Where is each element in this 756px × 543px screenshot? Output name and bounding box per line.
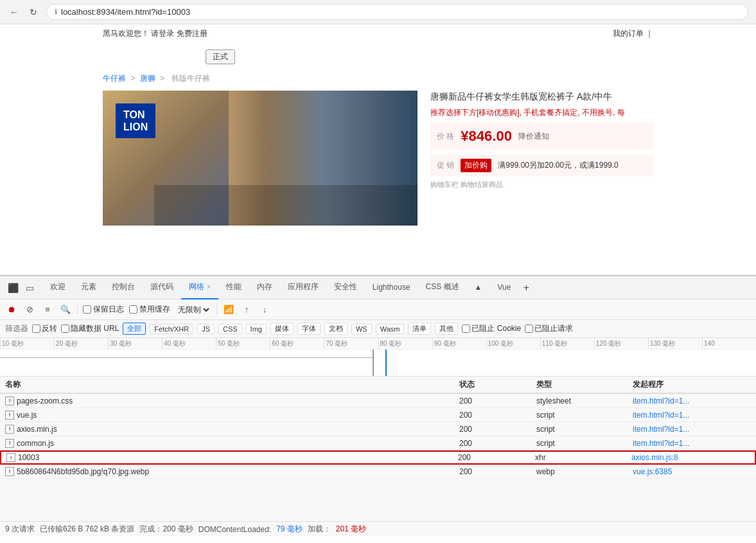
filter-other[interactable]: 其他: [435, 323, 458, 335]
row-2-type: script: [531, 411, 628, 420]
row-4-initiator: item.html?id=1...: [628, 439, 756, 448]
disable-cache-input[interactable]: [129, 305, 137, 314]
jiagou-button[interactable]: 加价购: [461, 159, 491, 172]
table-row-highlighted[interactable]: f 10003 200 xhr axios.min.js:8: [0, 450, 756, 465]
table-row[interactable]: f 5b860864N6bfd95db.jpg!q70.jpg.webp 200…: [0, 465, 756, 479]
table-row[interactable]: f common.js 200 script item.html?id=1...: [0, 436, 756, 450]
tab-network-close[interactable]: ×: [207, 283, 211, 290]
transfer-size: 已传输626 B 762 kB 条资源: [40, 524, 134, 535]
price-suffix[interactable]: 降价通知: [518, 131, 549, 142]
filter-doc[interactable]: 文档: [324, 323, 347, 335]
row-4-name: f common.js: [0, 439, 454, 448]
filter-media[interactable]: 媒体: [270, 323, 294, 335]
filter-wasm[interactable]: Wasm: [376, 324, 405, 334]
dom-content-loaded-value[interactable]: 79 毫秒: [276, 524, 303, 535]
filter-bar: 筛选器 反转 隐藏数据 URL 全部 Fetch/XHR JS CSS Img …: [0, 320, 756, 338]
product-area: TON LION 唐狮新品牛仔裤女学生韩版宽松裤子 A款/中牛 推荐选择下方[移…: [0, 91, 756, 226]
row-2-status: 200: [454, 411, 531, 420]
divider-2: [216, 305, 217, 315]
breadcrumb-sep-1: >: [130, 74, 137, 83]
breadcrumb-item-1[interactable]: 牛仔裤: [103, 74, 126, 83]
row-2-name: f vue.js: [0, 411, 454, 420]
file-icon-webp: f: [5, 467, 14, 476]
tab-performance[interactable]: 性能: [218, 276, 249, 299]
filter-js[interactable]: JS: [197, 324, 215, 334]
tab-triangle[interactable]: ▲: [467, 276, 490, 299]
filter-fetch-xhr[interactable]: Fetch/XHR: [150, 324, 193, 334]
back-button[interactable]: ←: [8, 6, 21, 19]
zhengshi-badge: 正式: [206, 49, 235, 64]
record-button[interactable]: ⏺: [5, 303, 18, 316]
timeline-ruler: 10 毫秒 20 毫秒 30 毫秒 40 毫秒 50 毫秒 60 毫秒 70 毫…: [0, 338, 756, 350]
table-row[interactable]: f axios.min.js 200 script item.html?id=1…: [0, 422, 756, 436]
tab-network[interactable]: 网络 ×: [181, 276, 218, 299]
filter-font[interactable]: 字体: [297, 323, 321, 335]
filter-clear[interactable]: 清单: [408, 323, 431, 335]
download-icon[interactable]: ↓: [258, 303, 271, 316]
filter-icon[interactable]: ≡: [41, 303, 54, 316]
preserve-log-checkbox[interactable]: 保留日志: [83, 304, 124, 315]
product-promo-text: 推荐选择下方[移动优惠购], 手机套餐齐搞定, 不用换号, 每: [430, 107, 653, 118]
timeline-waterfall[interactable]: [0, 350, 756, 377]
row-3-status: 200: [454, 425, 531, 434]
tab-lighthouse[interactable]: Lighthouse: [365, 276, 418, 299]
filter-ws[interactable]: WS: [351, 324, 372, 334]
request-count: 9 次请求: [5, 524, 35, 535]
tab-memory[interactable]: 内存: [249, 276, 280, 299]
search-icon[interactable]: 🔍: [59, 303, 72, 316]
table-row[interactable]: f pages-zoom.css 200 stylesheet item.htm…: [0, 394, 756, 408]
register-link[interactable]: 免费注册: [177, 29, 207, 38]
url-text: localhost:8934/item.html?id=10003: [61, 7, 190, 17]
row-5-status: 200: [453, 453, 530, 462]
preserve-log-input[interactable]: [83, 305, 91, 314]
wifi-icon[interactable]: 📶: [222, 303, 235, 316]
tab-vue[interactable]: Vue: [489, 276, 518, 299]
block-request-input[interactable]: [525, 325, 533, 333]
tick-80: 80 毫秒: [378, 338, 432, 349]
tick-70: 70 毫秒: [324, 338, 378, 349]
tab-elements[interactable]: 元素: [73, 276, 104, 299]
divider-1: [77, 305, 78, 315]
tab-sources[interactable]: 源代码: [143, 276, 181, 299]
row-3-name: f axios.min.js: [0, 425, 454, 434]
devtools-panel: ⬛ ▭ 欢迎 元素 控制台 源代码 网络 × 性能 内存 应用程序 安全性: [0, 275, 756, 537]
tab-application[interactable]: 应用程序: [280, 276, 326, 299]
row-3-initiator: item.html?id=1...: [628, 425, 756, 434]
breadcrumb-item-2[interactable]: 唐狮: [140, 74, 155, 83]
login-link[interactable]: 请登录: [151, 29, 174, 38]
address-bar[interactable]: ℹ localhost:8934/item.html?id=10003: [46, 4, 748, 20]
disable-cache-checkbox[interactable]: 禁用缓存: [129, 304, 170, 315]
tab-welcome[interactable]: 欢迎: [42, 276, 73, 299]
device-icon[interactable]: ▭: [22, 280, 37, 296]
row-2-initiator: item.html?id=1...: [628, 411, 756, 420]
tab-security[interactable]: 安全性: [326, 276, 365, 299]
row-3-type: script: [531, 425, 628, 434]
block-cookie-checkbox[interactable]: 已阻止 Cookie: [462, 323, 521, 334]
add-tab-button[interactable]: +: [518, 280, 534, 296]
reverse-checkbox[interactable]: 反转: [32, 323, 57, 334]
hide-data-url-checkbox[interactable]: 隐藏数据 URL: [61, 323, 119, 334]
filter-img[interactable]: Img: [246, 324, 267, 334]
price-label: 价 格: [437, 131, 454, 142]
tab-css-overview[interactable]: CSS 概述: [418, 276, 467, 299]
block-cookie-input[interactable]: [462, 325, 470, 333]
refresh-button[interactable]: ↻: [27, 6, 40, 19]
block-request-checkbox[interactable]: 已阻止请求: [525, 323, 573, 334]
inspect-icon[interactable]: ⬛: [5, 280, 21, 296]
reverse-input[interactable]: [32, 325, 40, 333]
throttle-select[interactable]: 无限制: [175, 305, 211, 315]
row-5-type: xhr: [530, 453, 626, 462]
table-row[interactable]: f vue.js 200 script item.html?id=1...: [0, 408, 756, 422]
filter-all-btn[interactable]: 全部: [123, 323, 146, 335]
stop-button[interactable]: ⊘: [23, 303, 36, 316]
hide-data-url-input[interactable]: [61, 325, 69, 333]
promo-label: 促 销: [437, 160, 454, 171]
network-table[interactable]: 名称 状态 类型 发起程序 f pages-zoom.css 200 style…: [0, 377, 756, 521]
upload-icon[interactable]: ↑: [240, 303, 253, 316]
top-bar-left: 黑马欢迎您！ 请登录 免费注册: [103, 28, 207, 39]
filter-css[interactable]: CSS: [218, 324, 242, 334]
product-title: 唐狮新品牛仔裤女学生韩版宽松裤子 A款/中牛: [430, 91, 653, 103]
col-header-type: 类型: [531, 379, 628, 390]
tick-110: 110 毫秒: [540, 338, 594, 349]
tab-console[interactable]: 控制台: [104, 276, 143, 299]
